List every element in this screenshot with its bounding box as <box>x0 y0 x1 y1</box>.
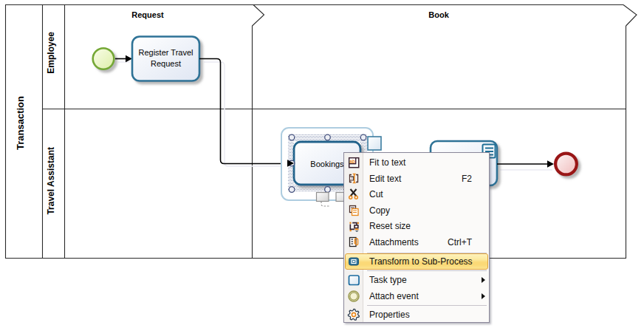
svg-text:Travel Assistant: Travel Assistant <box>46 147 56 215</box>
svg-text:Employee: Employee <box>46 32 56 74</box>
svg-text:Transaction: Transaction <box>15 96 26 150</box>
svg-text:Register Travel: Register Travel <box>139 48 193 57</box>
svg-text:Request: Request <box>151 59 181 68</box>
svg-text:Book: Book <box>428 10 449 19</box>
svg-text:Request: Request <box>131 10 164 19</box>
svg-text:Bookings: Bookings <box>310 160 344 168</box>
svg-text:ab: ab <box>349 159 355 164</box>
